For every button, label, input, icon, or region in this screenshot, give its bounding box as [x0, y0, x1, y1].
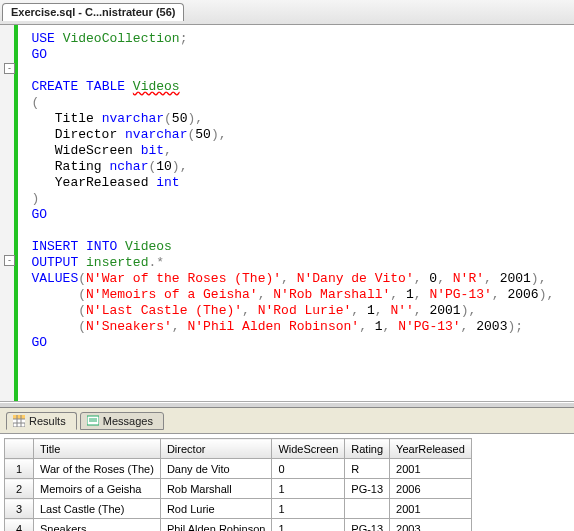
row-number[interactable]: 1	[5, 459, 34, 479]
editor-tab-bar: Exercise.sql - C...nistrateur (56)	[0, 0, 574, 25]
table-row[interactable]: 4SneakersPhil Alden Robinson1PG-132003	[5, 519, 472, 532]
grid-header-row: Title Director WideScreen Rating YearRel…	[5, 439, 472, 459]
cell-yearreleased[interactable]: 2003	[390, 519, 472, 532]
cell-rating[interactable]: PG-13	[345, 519, 390, 532]
col-director[interactable]: Director	[160, 439, 271, 459]
cell-title[interactable]: War of the Roses (The)	[34, 459, 161, 479]
cell-title[interactable]: Last Castle (The)	[34, 499, 161, 519]
editor-tab[interactable]: Exercise.sql - C...nistrateur (56)	[2, 3, 184, 21]
tab-messages-label: Messages	[103, 415, 153, 427]
cell-title[interactable]: Sneakers	[34, 519, 161, 532]
grid-icon	[13, 415, 25, 427]
table-row[interactable]: 2Memoirs of a GeishaRob Marshall1PG-1320…	[5, 479, 472, 499]
cell-rating[interactable]	[345, 499, 390, 519]
tab-messages[interactable]: Messages	[80, 412, 164, 430]
col-title[interactable]: Title	[34, 439, 161, 459]
cell-director[interactable]: Dany de Vito	[160, 459, 271, 479]
tab-results[interactable]: Results	[6, 412, 77, 430]
svg-rect-6	[21, 419, 25, 423]
results-grid-wrapper: Title Director WideScreen Rating YearRel…	[0, 434, 574, 531]
cell-director[interactable]: Phil Alden Robinson	[160, 519, 271, 532]
cell-widescreen[interactable]: 1	[272, 519, 345, 532]
col-yearreleased[interactable]: YearReleased	[390, 439, 472, 459]
row-number[interactable]: 3	[5, 499, 34, 519]
cell-widescreen[interactable]: 1	[272, 479, 345, 499]
cell-yearreleased[interactable]: 2001	[390, 499, 472, 519]
results-tab-bar: Results Messages	[0, 408, 574, 434]
cell-director[interactable]: Rod Lurie	[160, 499, 271, 519]
row-number[interactable]: 2	[5, 479, 34, 499]
messages-icon	[87, 415, 99, 427]
svg-rect-4	[13, 419, 17, 423]
cell-widescreen[interactable]: 0	[272, 459, 345, 479]
cell-rating[interactable]: PG-13	[345, 479, 390, 499]
code-editor[interactable]: - - USE VideoCollection; GO CREATE TABLE…	[0, 25, 574, 402]
row-number[interactable]: 4	[5, 519, 34, 532]
svg-rect-5	[17, 419, 21, 423]
collapse-toggle-icon[interactable]: -	[4, 255, 15, 266]
cell-yearreleased[interactable]: 2006	[390, 479, 472, 499]
col-widescreen[interactable]: WideScreen	[272, 439, 345, 459]
collapse-toggle-icon[interactable]: -	[4, 63, 15, 74]
cell-widescreen[interactable]: 1	[272, 499, 345, 519]
tab-results-label: Results	[29, 415, 66, 427]
results-grid[interactable]: Title Director WideScreen Rating YearRel…	[4, 438, 472, 531]
cell-rating[interactable]: R	[345, 459, 390, 479]
svg-rect-3	[21, 415, 25, 419]
cell-title[interactable]: Memoirs of a Geisha	[34, 479, 161, 499]
table-row[interactable]: 3Last Castle (The)Rod Lurie12001	[5, 499, 472, 519]
code-content[interactable]: USE VideoCollection; GO CREATE TABLE Vid…	[0, 25, 574, 351]
grid-corner[interactable]	[5, 439, 34, 459]
col-rating[interactable]: Rating	[345, 439, 390, 459]
cell-director[interactable]: Rob Marshall	[160, 479, 271, 499]
svg-rect-2	[17, 415, 21, 419]
cell-yearreleased[interactable]: 2001	[390, 459, 472, 479]
svg-rect-1	[13, 415, 17, 419]
table-row[interactable]: 1War of the Roses (The)Dany de Vito0R200…	[5, 459, 472, 479]
